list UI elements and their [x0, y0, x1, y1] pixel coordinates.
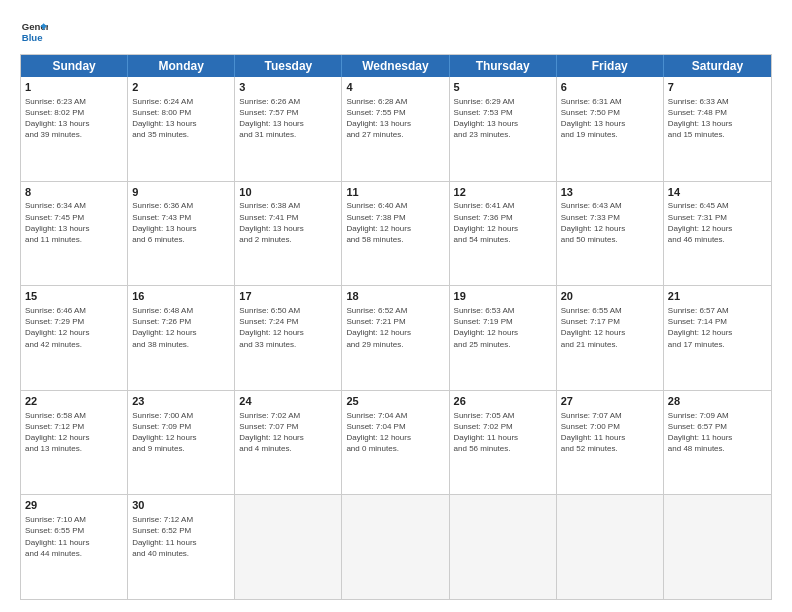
day-number: 30 — [132, 498, 230, 513]
cell-info: Sunrise: 6:43 AMSunset: 7:33 PMDaylight:… — [561, 200, 659, 245]
cell-info: Sunrise: 7:00 AMSunset: 7:09 PMDaylight:… — [132, 410, 230, 455]
calendar-page: General Blue SundayMondayTuesdayWednesda… — [0, 0, 792, 612]
cal-cell: 5Sunrise: 6:29 AMSunset: 7:53 PMDaylight… — [450, 77, 557, 181]
day-number: 23 — [132, 394, 230, 409]
cal-cell: 22Sunrise: 6:58 AMSunset: 7:12 PMDayligh… — [21, 391, 128, 495]
day-number: 11 — [346, 185, 444, 200]
cell-info: Sunrise: 7:07 AMSunset: 7:00 PMDaylight:… — [561, 410, 659, 455]
cal-cell: 2Sunrise: 6:24 AMSunset: 8:00 PMDaylight… — [128, 77, 235, 181]
week-row-1: 1Sunrise: 6:23 AMSunset: 8:02 PMDaylight… — [21, 77, 771, 182]
header-day-monday: Monday — [128, 55, 235, 77]
cell-info: Sunrise: 7:12 AMSunset: 6:52 PMDaylight:… — [132, 514, 230, 559]
cell-info: Sunrise: 6:53 AMSunset: 7:19 PMDaylight:… — [454, 305, 552, 350]
cell-info: Sunrise: 7:05 AMSunset: 7:02 PMDaylight:… — [454, 410, 552, 455]
cell-info: Sunrise: 6:41 AMSunset: 7:36 PMDaylight:… — [454, 200, 552, 245]
header-day-tuesday: Tuesday — [235, 55, 342, 77]
cell-info: Sunrise: 6:26 AMSunset: 7:57 PMDaylight:… — [239, 96, 337, 141]
cal-cell — [664, 495, 771, 599]
cal-cell: 26Sunrise: 7:05 AMSunset: 7:02 PMDayligh… — [450, 391, 557, 495]
day-number: 29 — [25, 498, 123, 513]
day-number: 14 — [668, 185, 767, 200]
cal-cell — [557, 495, 664, 599]
calendar: SundayMondayTuesdayWednesdayThursdayFrid… — [20, 54, 772, 600]
cell-info: Sunrise: 6:36 AMSunset: 7:43 PMDaylight:… — [132, 200, 230, 245]
cal-cell: 29Sunrise: 7:10 AMSunset: 6:55 PMDayligh… — [21, 495, 128, 599]
cell-info: Sunrise: 6:46 AMSunset: 7:29 PMDaylight:… — [25, 305, 123, 350]
day-number: 22 — [25, 394, 123, 409]
header-day-saturday: Saturday — [664, 55, 771, 77]
logo: General Blue — [20, 18, 52, 46]
cell-info: Sunrise: 6:48 AMSunset: 7:26 PMDaylight:… — [132, 305, 230, 350]
cal-cell: 20Sunrise: 6:55 AMSunset: 7:17 PMDayligh… — [557, 286, 664, 390]
cal-cell: 15Sunrise: 6:46 AMSunset: 7:29 PMDayligh… — [21, 286, 128, 390]
cal-cell: 25Sunrise: 7:04 AMSunset: 7:04 PMDayligh… — [342, 391, 449, 495]
cell-info: Sunrise: 6:45 AMSunset: 7:31 PMDaylight:… — [668, 200, 767, 245]
cal-cell: 13Sunrise: 6:43 AMSunset: 7:33 PMDayligh… — [557, 182, 664, 286]
svg-text:Blue: Blue — [22, 32, 43, 43]
day-number: 20 — [561, 289, 659, 304]
cal-cell: 19Sunrise: 6:53 AMSunset: 7:19 PMDayligh… — [450, 286, 557, 390]
week-row-4: 22Sunrise: 6:58 AMSunset: 7:12 PMDayligh… — [21, 391, 771, 496]
cal-cell: 3Sunrise: 6:26 AMSunset: 7:57 PMDaylight… — [235, 77, 342, 181]
day-number: 8 — [25, 185, 123, 200]
day-number: 2 — [132, 80, 230, 95]
week-row-5: 29Sunrise: 7:10 AMSunset: 6:55 PMDayligh… — [21, 495, 771, 599]
calendar-header-row: SundayMondayTuesdayWednesdayThursdayFrid… — [21, 55, 771, 77]
cell-info: Sunrise: 6:50 AMSunset: 7:24 PMDaylight:… — [239, 305, 337, 350]
day-number: 17 — [239, 289, 337, 304]
cal-cell: 28Sunrise: 7:09 AMSunset: 6:57 PMDayligh… — [664, 391, 771, 495]
header-day-thursday: Thursday — [450, 55, 557, 77]
cell-info: Sunrise: 7:02 AMSunset: 7:07 PMDaylight:… — [239, 410, 337, 455]
cell-info: Sunrise: 6:34 AMSunset: 7:45 PMDaylight:… — [25, 200, 123, 245]
cell-info: Sunrise: 6:23 AMSunset: 8:02 PMDaylight:… — [25, 96, 123, 141]
day-number: 5 — [454, 80, 552, 95]
cal-cell — [342, 495, 449, 599]
day-number: 13 — [561, 185, 659, 200]
day-number: 1 — [25, 80, 123, 95]
cal-cell — [235, 495, 342, 599]
day-number: 27 — [561, 394, 659, 409]
cell-info: Sunrise: 6:29 AMSunset: 7:53 PMDaylight:… — [454, 96, 552, 141]
cal-cell: 16Sunrise: 6:48 AMSunset: 7:26 PMDayligh… — [128, 286, 235, 390]
cal-cell: 27Sunrise: 7:07 AMSunset: 7:00 PMDayligh… — [557, 391, 664, 495]
cell-info: Sunrise: 7:10 AMSunset: 6:55 PMDaylight:… — [25, 514, 123, 559]
cal-cell: 7Sunrise: 6:33 AMSunset: 7:48 PMDaylight… — [664, 77, 771, 181]
day-number: 9 — [132, 185, 230, 200]
day-number: 4 — [346, 80, 444, 95]
cell-info: Sunrise: 6:57 AMSunset: 7:14 PMDaylight:… — [668, 305, 767, 350]
cell-info: Sunrise: 6:33 AMSunset: 7:48 PMDaylight:… — [668, 96, 767, 141]
cell-info: Sunrise: 6:28 AMSunset: 7:55 PMDaylight:… — [346, 96, 444, 141]
week-row-2: 8Sunrise: 6:34 AMSunset: 7:45 PMDaylight… — [21, 182, 771, 287]
cal-cell: 24Sunrise: 7:02 AMSunset: 7:07 PMDayligh… — [235, 391, 342, 495]
cell-info: Sunrise: 6:24 AMSunset: 8:00 PMDaylight:… — [132, 96, 230, 141]
cal-cell: 6Sunrise: 6:31 AMSunset: 7:50 PMDaylight… — [557, 77, 664, 181]
cell-info: Sunrise: 6:58 AMSunset: 7:12 PMDaylight:… — [25, 410, 123, 455]
cal-cell: 12Sunrise: 6:41 AMSunset: 7:36 PMDayligh… — [450, 182, 557, 286]
header: General Blue — [20, 18, 772, 46]
day-number: 3 — [239, 80, 337, 95]
cell-info: Sunrise: 6:55 AMSunset: 7:17 PMDaylight:… — [561, 305, 659, 350]
cal-cell — [450, 495, 557, 599]
logo-icon: General Blue — [20, 18, 48, 46]
calendar-body: 1Sunrise: 6:23 AMSunset: 8:02 PMDaylight… — [21, 77, 771, 599]
header-day-wednesday: Wednesday — [342, 55, 449, 77]
cal-cell: 14Sunrise: 6:45 AMSunset: 7:31 PMDayligh… — [664, 182, 771, 286]
cell-info: Sunrise: 6:40 AMSunset: 7:38 PMDaylight:… — [346, 200, 444, 245]
week-row-3: 15Sunrise: 6:46 AMSunset: 7:29 PMDayligh… — [21, 286, 771, 391]
day-number: 12 — [454, 185, 552, 200]
day-number: 15 — [25, 289, 123, 304]
cal-cell: 4Sunrise: 6:28 AMSunset: 7:55 PMDaylight… — [342, 77, 449, 181]
day-number: 28 — [668, 394, 767, 409]
day-number: 18 — [346, 289, 444, 304]
cell-info: Sunrise: 6:38 AMSunset: 7:41 PMDaylight:… — [239, 200, 337, 245]
day-number: 19 — [454, 289, 552, 304]
cal-cell: 23Sunrise: 7:00 AMSunset: 7:09 PMDayligh… — [128, 391, 235, 495]
cal-cell: 17Sunrise: 6:50 AMSunset: 7:24 PMDayligh… — [235, 286, 342, 390]
cell-info: Sunrise: 7:09 AMSunset: 6:57 PMDaylight:… — [668, 410, 767, 455]
cell-info: Sunrise: 7:04 AMSunset: 7:04 PMDaylight:… — [346, 410, 444, 455]
cal-cell: 18Sunrise: 6:52 AMSunset: 7:21 PMDayligh… — [342, 286, 449, 390]
cal-cell: 10Sunrise: 6:38 AMSunset: 7:41 PMDayligh… — [235, 182, 342, 286]
cal-cell: 11Sunrise: 6:40 AMSunset: 7:38 PMDayligh… — [342, 182, 449, 286]
header-day-friday: Friday — [557, 55, 664, 77]
cal-cell: 21Sunrise: 6:57 AMSunset: 7:14 PMDayligh… — [664, 286, 771, 390]
